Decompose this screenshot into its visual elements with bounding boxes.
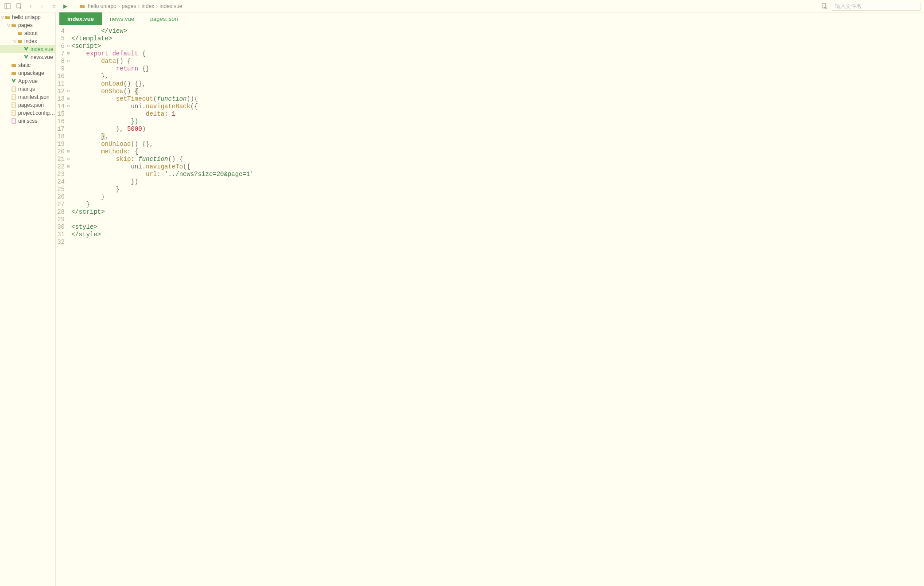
tree-folder[interactable]: ▽pages: [0, 21, 55, 29]
panel-toggle-icon[interactable]: [4, 2, 12, 10]
tree-item-label: uni.scss: [18, 118, 37, 124]
tree-item-label: project.config....: [18, 110, 55, 116]
run-icon[interactable]: ▶: [61, 2, 69, 10]
new-file-icon[interactable]: [15, 2, 23, 10]
svg-rect-0: [5, 4, 10, 9]
tree-folder[interactable]: unpackage: [0, 69, 55, 77]
folder-icon: [80, 3, 86, 9]
tree-file[interactable]: pages.json: [0, 101, 55, 109]
file-vue-icon: [23, 46, 29, 52]
toolbar: ‹ › ☆ ▶ hello uniapp › pages › index › i…: [0, 0, 924, 12]
folder-icon: [17, 38, 23, 44]
file-explorer: ▽hello uniapp▽pagesabout▽indexindex.vuen…: [0, 12, 56, 586]
tree-item-label: index: [24, 38, 37, 44]
chevron-icon[interactable]: ▽: [0, 15, 4, 20]
back-icon[interactable]: ‹: [27, 2, 35, 10]
tree-file[interactable]: manifest.json: [0, 93, 55, 101]
folder-icon: [11, 70, 17, 76]
forward-icon[interactable]: ›: [38, 2, 46, 10]
breadcrumb-item[interactable]: index: [141, 3, 154, 9]
tree-file[interactable]: index.vue: [0, 45, 55, 53]
tree-file[interactable]: news.vue: [0, 53, 55, 61]
tree-item-label: about: [24, 30, 38, 36]
editor-tabs: index.vuenews.vuepages.json: [56, 12, 924, 25]
tree-item-label: hello uniapp: [12, 14, 41, 20]
code-editor[interactable]: 456⊟7⊟8⊟9101112⊟13⊟14⊟151617181920⊟21⊟22…: [56, 25, 924, 586]
star-icon[interactable]: ☆: [50, 2, 58, 10]
tree-item-label: manifest.json: [18, 94, 50, 100]
tree-file[interactable]: main.js: [0, 85, 55, 93]
chevron-right-icon: ›: [118, 3, 120, 9]
search-file-icon[interactable]: [820, 2, 828, 10]
tree-item-label: App.vue: [18, 78, 38, 84]
tree-folder[interactable]: ▽hello uniapp: [0, 13, 55, 21]
chevron-right-icon: ›: [156, 3, 158, 9]
file-search-input[interactable]: [832, 2, 920, 11]
svg-line-7: [826, 8, 827, 9]
tree-item-label: news.vue: [31, 54, 53, 60]
chevron-right-icon: ›: [138, 3, 140, 9]
breadcrumb-item[interactable]: hello uniapp: [88, 3, 116, 9]
tree-folder[interactable]: static: [0, 61, 55, 69]
svg-rect-16: [12, 105, 14, 105]
svg-rect-19: [12, 113, 14, 113]
folder-icon: [17, 30, 23, 36]
svg-rect-15: [12, 104, 14, 104]
file-json-icon: [11, 102, 17, 108]
svg-rect-10: [12, 89, 14, 89]
svg-rect-5: [822, 4, 826, 8]
tree-item-label: pages: [18, 22, 33, 28]
file-scss-icon: [11, 118, 17, 124]
breadcrumb-item[interactable]: index.vue: [159, 3, 182, 9]
svg-rect-20: [12, 119, 16, 123]
folder-icon: [4, 14, 11, 20]
chevron-icon[interactable]: ▽: [6, 23, 11, 27]
tree-folder[interactable]: about: [0, 29, 55, 37]
editor-tab[interactable]: pages.json: [142, 12, 186, 25]
breadcrumb-item[interactable]: pages: [122, 3, 136, 9]
svg-rect-18: [12, 112, 14, 112]
line-gutter: 456⊟7⊟8⊟9101112⊟13⊟14⊟151617181920⊟21⊟22…: [56, 25, 71, 586]
svg-rect-2: [17, 4, 20, 8]
svg-rect-12: [12, 96, 14, 96]
tree-item-label: index.vue: [31, 46, 53, 52]
folder-icon: [11, 22, 17, 28]
folder-icon: [11, 62, 17, 68]
file-vue-icon: [11, 78, 17, 84]
code-content[interactable]: </view></template><script> export defaul…: [71, 25, 254, 586]
tree-file[interactable]: App.vue: [0, 77, 55, 85]
breadcrumb: hello uniapp › pages › index › index.vue: [80, 3, 182, 9]
file-vue-icon: [23, 54, 29, 60]
svg-rect-9: [12, 88, 14, 88]
tree-file[interactable]: uni.scss: [0, 117, 55, 125]
file-js-icon: [11, 86, 17, 92]
file-json-icon: [11, 94, 17, 100]
tree-item-label: static: [18, 62, 31, 68]
svg-rect-13: [12, 97, 14, 97]
tree-item-label: unpackage: [18, 70, 44, 76]
tree-folder[interactable]: ▽index: [0, 37, 55, 45]
tree-file[interactable]: project.config....: [0, 109, 55, 117]
chevron-icon[interactable]: ▽: [12, 39, 17, 43]
editor-tab[interactable]: news.vue: [102, 12, 142, 25]
tree-item-label: main.js: [18, 86, 35, 92]
file-json-icon: [11, 110, 17, 116]
editor-tab[interactable]: index.vue: [59, 12, 102, 25]
tree-item-label: pages.json: [18, 102, 44, 108]
